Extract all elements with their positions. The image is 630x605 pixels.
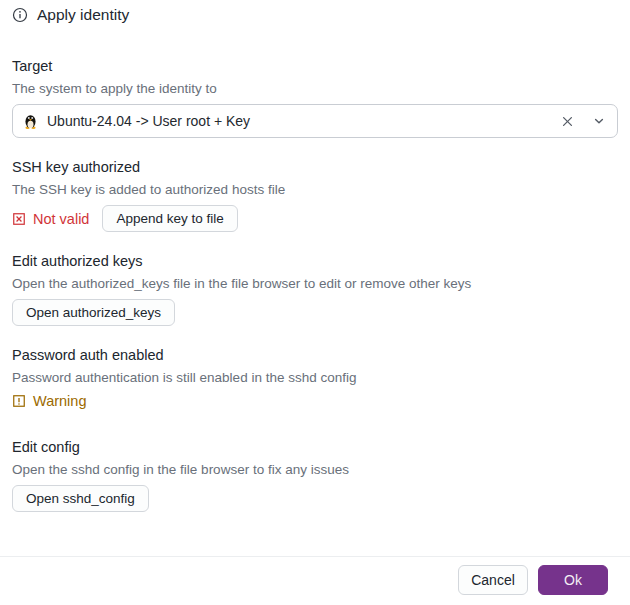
clear-icon[interactable] (559, 113, 576, 130)
password-auth-heading: Password auth enabled (12, 347, 618, 364)
warning-label: Warning (33, 393, 86, 409)
edit-authorized-keys-heading: Edit authorized keys (12, 253, 618, 270)
section-edit-authorized-keys: Edit authorized keys Open the authorized… (12, 253, 618, 326)
linux-tux-icon (23, 113, 38, 130)
edit-config-row: Open sshd_config (12, 485, 618, 512)
edit-authorized-keys-description: Open the authorized_keys file in the fil… (12, 275, 618, 292)
password-auth-status-row: Warning (12, 393, 618, 409)
section-edit-config: Edit config Open the sshd config in the … (12, 439, 618, 512)
target-description: The system to apply the identity to (12, 80, 618, 97)
target-combobox[interactable]: Ubuntu-24.04 -> User root + Key (12, 104, 618, 138)
ok-button[interactable]: Ok (538, 565, 608, 595)
edit-authorized-keys-row: Open authorized_keys (12, 299, 618, 326)
chevron-down-icon (593, 115, 605, 127)
info-circle-icon (12, 7, 28, 23)
square-x-icon (12, 212, 26, 226)
ssh-key-authorized-heading: SSH key authorized (12, 159, 618, 176)
dialog-header: Apply identity (12, 6, 618, 24)
password-auth-description: Password authentication is still enabled… (12, 369, 618, 386)
open-sshd-config-button[interactable]: Open sshd_config (12, 485, 149, 512)
square-exclamation-icon (12, 394, 26, 408)
section-ssh-key-authorized: SSH key authorized The SSH key is added … (12, 159, 618, 232)
dialog-footer: Cancel Ok (0, 556, 630, 605)
not-valid-status: Not valid (12, 211, 89, 227)
edit-config-heading: Edit config (12, 439, 618, 456)
dialog-title: Apply identity (37, 6, 129, 24)
target-combobox-value: Ubuntu-24.04 -> User root + Key (47, 113, 250, 129)
append-key-to-file-button[interactable]: Append key to file (102, 205, 237, 232)
ssh-key-authorized-description: The SSH key is added to authorized hosts… (12, 181, 618, 198)
ssh-key-status-row: Not valid Append key to file (12, 205, 618, 232)
open-authorized-keys-button[interactable]: Open authorized_keys (12, 299, 175, 326)
section-password-auth: Password auth enabled Password authentic… (12, 347, 618, 409)
warning-status: Warning (12, 393, 86, 409)
section-target: Target The system to apply the identity … (12, 58, 618, 138)
not-valid-label: Not valid (33, 211, 89, 227)
target-heading: Target (12, 58, 618, 75)
apply-identity-dialog: Apply identity Target The system to appl… (0, 0, 630, 512)
cancel-button[interactable]: Cancel (458, 565, 528, 595)
edit-config-description: Open the sshd config in the file browser… (12, 461, 618, 478)
